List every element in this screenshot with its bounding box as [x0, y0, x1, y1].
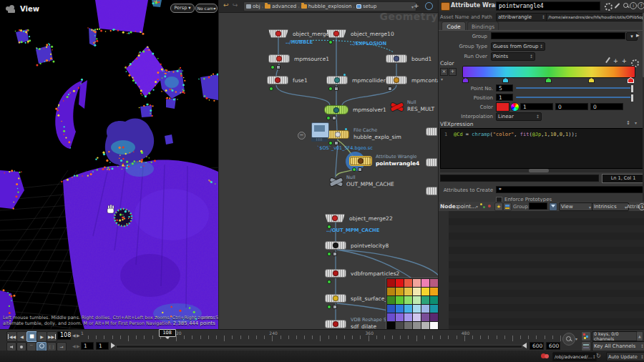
- range-end-field2[interactable]: 600: [546, 342, 560, 350]
- palette-swatch[interactable]: [404, 305, 412, 313]
- group-type-dropdown[interactable]: Guess from Group↕: [491, 42, 545, 51]
- node-body[interactable]: [268, 29, 288, 38]
- help-icon[interactable]: ?: [638, 2, 644, 9]
- palette-swatch[interactable]: [421, 322, 429, 329]
- palette-swatch[interactable]: [413, 296, 421, 304]
- key-all-channels-dropdown[interactable]: Key All Channels↕: [592, 341, 644, 351]
- ramp-stop-marker[interactable]: [462, 77, 469, 83]
- enforce-prototypes-checkbox[interactable]: [496, 197, 502, 202]
- node-body[interactable]: [326, 76, 348, 84]
- node-body[interactable]: [268, 54, 290, 63]
- palette-swatch[interactable]: [404, 313, 412, 321]
- point-no-field[interactable]: 5: [496, 84, 513, 92]
- node-sdf_dilate[interactable]: VDB Reshape SDFsdf_dilate: [325, 320, 346, 328]
- ramp-add-button[interactable]: +: [449, 68, 457, 76]
- camera-dropdown[interactable]: No cam▾: [195, 4, 218, 13]
- node-mpmsolver1[interactable]: mpmsolver1: [324, 105, 348, 114]
- palette-swatch[interactable]: [396, 322, 404, 329]
- scoped-channels-icon[interactable]: [581, 331, 591, 341]
- points-mode-icon[interactable]: [480, 203, 486, 209]
- breadcrumb-item-advanced[interactable]: advanced: [265, 4, 296, 9]
- vex-hscrollbar[interactable]: [440, 169, 643, 172]
- palette-swatch[interactable]: [430, 279, 438, 287]
- persp-dropdown[interactable]: Persp ▾: [170, 4, 195, 13]
- view-dropdown[interactable]: View▾: [559, 202, 593, 211]
- node-flags[interactable]: [388, 87, 392, 91]
- node-body[interactable]: [325, 269, 346, 278]
- palette-swatch[interactable]: [421, 296, 429, 304]
- node-body[interactable]: [325, 294, 346, 303]
- fit-icon[interactable]: +: [622, 58, 627, 64]
- keys-menu-icon[interactable]: ▲: [636, 331, 643, 341]
- palette-swatch[interactable]: [413, 279, 421, 287]
- palette-swatch[interactable]: [413, 313, 421, 321]
- node-stub[interactable]: [426, 158, 437, 167]
- scene-viewport[interactable]: View Persp ▾ No cam▾ Left mouse tumbles.…: [0, 0, 218, 329]
- node-body[interactable]: [426, 187, 437, 195]
- target-icon[interactable]: [425, 2, 433, 10]
- refresh-icon[interactable]: ↻: [596, 353, 601, 359]
- interpolation-dropdown[interactable]: Linear↕: [496, 112, 542, 121]
- node-flags[interactable]: [328, 40, 333, 44]
- magnifier-icon[interactable]: [622, 2, 629, 9]
- range-slider-groove[interactable]: [116, 345, 522, 348]
- snippet-icon[interactable]: ↕: [626, 120, 630, 126]
- palette-swatch[interactable]: [396, 305, 404, 313]
- sheet-node-value[interactable]: point...: [457, 203, 476, 210]
- sheet-help-icon[interactable]: ?: [638, 203, 644, 210]
- node-flags[interactable]: [352, 167, 362, 172]
- color-g-field[interactable]: 0: [555, 103, 588, 110]
- palette-swatch[interactable]: [404, 322, 412, 329]
- brush-icon[interactable]: [613, 2, 620, 9]
- node-pointwrangle4[interactable]: Attribute Wranglepointwrangle4: [350, 157, 371, 165]
- node-body[interactable]: [325, 241, 346, 250]
- palette-swatch[interactable]: [413, 305, 421, 313]
- palette-swatch[interactable]: [387, 279, 395, 287]
- asset-path-dropdown[interactable]: /home/alexandres/dev/hfs/houdini/otls/OP…: [546, 13, 644, 21]
- palette-swatch[interactable]: [421, 305, 429, 313]
- node-vdbfromparticles2[interactable]: vdbfromparticles2: [325, 269, 346, 278]
- auto-update-dropdown[interactable]: Auto Update↕: [606, 352, 644, 361]
- node-RES_MULT[interactable]: NullRES_MULT: [391, 102, 404, 112]
- next-key-icon[interactable]: ▶: [77, 343, 80, 348]
- animation-options-icon[interactable]: [581, 341, 591, 351]
- vex-menu-icon[interactable]: ▾: [635, 120, 637, 125]
- node-stub[interactable]: [426, 187, 437, 195]
- point-no-slider[interactable]: [516, 87, 633, 89]
- breadcrumb[interactable]: obj›advanced›hubble_explosion›setup▾: [243, 1, 416, 11]
- node-body[interactable]: [326, 29, 346, 38]
- palette-swatch[interactable]: [387, 313, 395, 321]
- node-object_merge22[interactable]: object_merge22../OUT_MPM_CACHE: [325, 214, 345, 222]
- breadcrumb-item-setup[interactable]: setup: [356, 4, 377, 9]
- palette-swatch[interactable]: [396, 313, 404, 321]
- palette-swatch[interactable]: [430, 313, 438, 321]
- palette-swatch[interactable]: [430, 296, 438, 304]
- palette-swatch[interactable]: [404, 288, 412, 295]
- chevron-down-icon[interactable]: ▾: [476, 204, 478, 209]
- playhead-flag[interactable]: 108: [159, 329, 176, 337]
- palette-swatch[interactable]: [404, 296, 412, 304]
- position-slider-handle[interactable]: [630, 94, 634, 102]
- node-flags[interactable]: [327, 252, 337, 256]
- palette-swatch[interactable]: [430, 322, 438, 329]
- position-field[interactable]: 1: [496, 94, 513, 101]
- palette-swatch[interactable]: [404, 279, 412, 287]
- palette-swatch[interactable]: [430, 305, 438, 313]
- node-body[interactable]: [267, 76, 288, 84]
- ramp-collapse-icon[interactable]: ▾: [441, 77, 443, 82]
- position-slider[interactable]: [516, 97, 633, 98]
- node-OUT_MPM_CACHE[interactable]: NullOUT_MPM_CACHE: [330, 177, 343, 187]
- range-start-field2[interactable]: 1: [96, 342, 109, 350]
- node-body[interactable]: [325, 320, 346, 328]
- node-bound1[interactable]: bound1: [386, 54, 407, 63]
- node-pointvelocity8[interactable]: pointvelocity8: [325, 241, 346, 250]
- node-object_merge4[interactable]: object_merge4../HUBBLE: [268, 29, 288, 38]
- palette-swatch[interactable]: [421, 288, 429, 295]
- ramp-delete-button[interactable]: ×: [440, 68, 448, 76]
- range-end-field[interactable]: 600: [530, 342, 544, 350]
- star-toggle-icon[interactable]: ★: [494, 202, 503, 211]
- group-pick-arrow-icon[interactable]: ▸: [636, 31, 640, 39]
- spreadsheet-rows[interactable]: [449, 211, 644, 329]
- node-body[interactable]: [326, 130, 349, 139]
- info-icon[interactable]: i: [630, 2, 637, 9]
